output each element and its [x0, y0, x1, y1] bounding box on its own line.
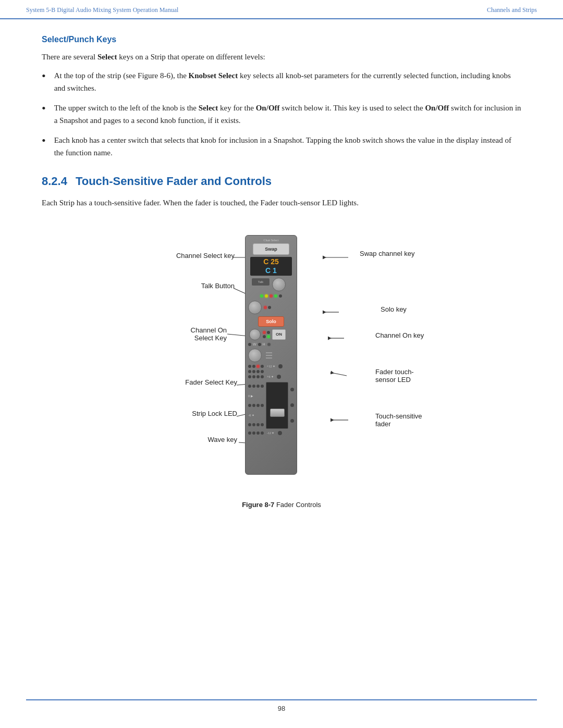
knob-button-3	[248, 349, 262, 362]
lf7	[256, 404, 260, 407]
label-solo-key: Solo key	[381, 305, 443, 313]
bold-knobset: Knobset Select	[189, 71, 238, 80]
figure-container: Channel Select key Talk Button Channel O…	[42, 225, 521, 509]
bullet-text-2: The upper switch to the left of the knob…	[54, 102, 521, 127]
right-led-3	[278, 431, 282, 435]
section-title: Select/Punch Keys	[42, 35, 521, 44]
bold-select: Select	[97, 53, 117, 61]
lf9	[248, 423, 251, 426]
led-red-1	[270, 294, 273, 298]
led-off-5	[248, 343, 251, 346]
lf10	[252, 423, 255, 426]
lf12	[261, 423, 264, 426]
lf1	[248, 385, 251, 388]
led-yellow-1	[265, 294, 268, 298]
fader-icon	[264, 350, 274, 361]
label-channel-select-key: Channel Select key	[125, 252, 235, 260]
led-off-6	[258, 343, 261, 346]
l10	[252, 375, 255, 378]
led-green-3	[267, 335, 270, 338]
l11	[256, 375, 260, 378]
list-item: • The upper switch to the left of the kn…	[42, 102, 521, 127]
l4	[261, 365, 264, 368]
bullet-text-3: Each knob has a center switch that selec…	[54, 134, 521, 159]
page-header: System 5-B Digital Audio Mixing System O…	[0, 0, 563, 19]
label-channel-on-key: Channel On key	[375, 331, 443, 339]
page-footer: 98	[0, 699, 563, 712]
l7	[256, 370, 260, 373]
chapter-number: 8.2.4	[42, 175, 67, 188]
caption-rest: Fader Controls	[274, 501, 321, 509]
led-red-2	[264, 306, 267, 309]
chan-select-label: Chan Select	[264, 239, 279, 242]
figure-caption: Figure 8-7 Fader Controls	[242, 501, 321, 509]
lf11	[256, 423, 260, 426]
lf4	[261, 385, 264, 388]
figure-diagram: Channel Select key Talk Button Channel O…	[115, 225, 448, 496]
bullet-list: • At the top of the strip (see Figure 8-…	[42, 69, 521, 159]
led-off-4	[263, 335, 266, 338]
bullet-text-1: At the top of the strip (see Figure 8-6)…	[54, 69, 521, 94]
r-led-1	[290, 388, 294, 391]
l8	[261, 370, 264, 373]
label-fader-touch-sensor-led: Fader touch-sensor LED	[375, 368, 443, 384]
header-left: System 5-B Digital Audio Mixing System O…	[26, 6, 178, 14]
w-label: W	[253, 342, 256, 346]
chan-on-leds-row-2	[263, 335, 270, 338]
lf5	[248, 404, 251, 407]
lb3	[256, 431, 260, 435]
h-label: H	[263, 342, 265, 346]
led-off-3	[267, 331, 270, 334]
bullet-dot: •	[42, 135, 46, 146]
label-wave-key: Wave key	[156, 436, 237, 443]
chan-on-section: ON	[249, 329, 293, 340]
channel-display: C 25 C 1	[250, 257, 292, 276]
label-talk-button: Talk Button	[136, 282, 235, 290]
lb4	[261, 431, 264, 435]
lf6	[252, 404, 255, 407]
l12	[261, 375, 264, 378]
lb2	[252, 431, 255, 435]
led-red-3	[263, 331, 266, 334]
led-green-1	[260, 294, 263, 298]
header-right: Channels and Strips	[487, 6, 537, 14]
led-green-2	[274, 294, 277, 298]
led-off-1	[279, 294, 282, 298]
l3	[256, 365, 260, 368]
page-content: Select/Punch Keys There are several Sele…	[0, 19, 563, 535]
leds-row-1	[250, 294, 292, 298]
label-strip-lock-led: Strip Lock LED	[141, 410, 237, 417]
lf3	[256, 385, 260, 388]
list-item: • Each knob has a center switch that sel…	[42, 134, 521, 159]
solo-button: Solo	[258, 316, 284, 327]
footer-page-number: 98	[278, 705, 285, 712]
l2	[252, 365, 255, 368]
l6	[252, 370, 255, 373]
caption-bold: Figure 8-7	[242, 501, 274, 509]
l1	[248, 365, 251, 368]
swap-button: Swap	[253, 243, 289, 255]
on-button: ON	[272, 329, 286, 340]
chan-c25: C 25	[263, 257, 279, 266]
lf8	[261, 404, 264, 407]
label-channel-on-select-key: Channel OnSelect Key	[120, 326, 227, 342]
label-touch-sensitive-fader: Touch-sensitivefader	[375, 412, 443, 428]
chan-on-leds	[263, 331, 270, 338]
touch-sensor-circle	[267, 342, 271, 347]
footer-line	[26, 699, 537, 700]
strip-device: Chan Select Swap C 25 C 1 Talk	[245, 235, 297, 475]
bold-select2: Select	[199, 104, 218, 112]
knob-button-1	[272, 278, 286, 291]
r-led-2	[290, 403, 294, 407]
chan-on-leds-row-1	[263, 331, 270, 334]
right-led-2	[277, 375, 281, 379]
fader-handle[interactable]	[270, 409, 285, 417]
chapter-title: Touch-Sensitive Fader and Controls	[76, 175, 272, 188]
label-fader-select-key: Fader Select Key	[130, 378, 237, 386]
l9	[248, 375, 251, 378]
label-swap-channel-key: Swap channel key	[360, 250, 443, 257]
knob-button-2	[248, 301, 262, 314]
chapter-body: Each Strip has a touch-sensitive fader. …	[42, 196, 521, 209]
bullet-dot: •	[42, 103, 46, 114]
lf2	[252, 385, 255, 388]
